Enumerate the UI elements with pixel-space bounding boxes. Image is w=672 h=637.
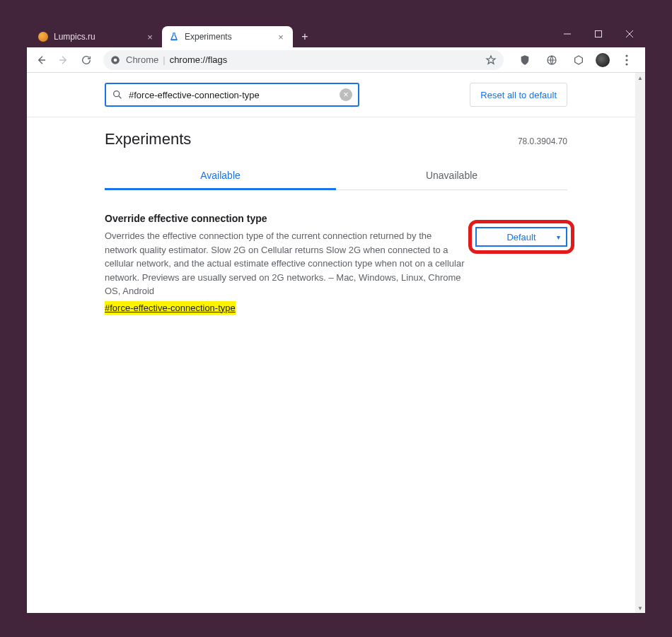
- reset-all-button[interactable]: Reset all to default: [470, 83, 567, 107]
- svg-point-5: [625, 59, 627, 61]
- toolbar: Chrome | chrome://flags: [27, 47, 645, 73]
- search-icon: [112, 89, 123, 100]
- shield-icon[interactable]: [515, 50, 535, 70]
- flag-item: Override effective connection type Overr…: [105, 211, 567, 315]
- close-icon[interactable]: ×: [276, 32, 286, 42]
- new-tab-button[interactable]: +: [296, 28, 314, 46]
- tab-lumpics[interactable]: Lumpics.ru ×: [31, 26, 162, 47]
- clear-search-button[interactable]: ×: [340, 88, 352, 101]
- flag-title: Override effective connection type: [105, 211, 465, 226]
- globe-icon[interactable]: [542, 50, 562, 70]
- page-content: × Reset all to default Experiments 78.0.…: [27, 73, 645, 613]
- tab-available[interactable]: Available: [105, 163, 336, 190]
- tab-experiments[interactable]: Experiments ×: [162, 26, 293, 47]
- cube-icon[interactable]: [569, 50, 589, 70]
- extensions-area: [511, 50, 641, 70]
- header-row: Experiments 78.0.3904.70: [105, 130, 567, 148]
- maximize-button[interactable]: [583, 24, 614, 44]
- bookmark-star-icon[interactable]: [485, 54, 497, 66]
- menu-button[interactable]: [617, 54, 637, 66]
- search-input[interactable]: [129, 90, 334, 100]
- flag-anchor-link[interactable]: #force-effective-connection-type: [105, 301, 236, 315]
- tabs-row: Available Unavailable: [105, 163, 567, 190]
- scroll-up-button[interactable]: ▲: [635, 73, 645, 83]
- minimize-button[interactable]: [552, 24, 583, 44]
- chrome-icon: [110, 55, 120, 65]
- reload-button[interactable]: [76, 50, 96, 70]
- vertical-scrollbar[interactable]: ▲ ▼: [635, 73, 645, 613]
- lumpics-favicon: [38, 32, 48, 42]
- browser-window: Lumpics.ru × Experiments × +: [27, 24, 645, 613]
- search-box[interactable]: ×: [105, 83, 359, 107]
- chrome-version: 78.0.3904.70: [518, 136, 567, 146]
- flag-description: Overrides the effective connection type …: [105, 229, 465, 298]
- flag-select-wrapper: Default: [475, 227, 567, 247]
- svg-point-4: [625, 54, 627, 57]
- url-text: Chrome | chrome://flags: [126, 54, 227, 65]
- flag-state-select[interactable]: Default: [475, 227, 567, 247]
- address-bar[interactable]: Chrome | chrome://flags: [103, 50, 504, 70]
- select-value: Default: [506, 232, 535, 242]
- tab-unavailable[interactable]: Unavailable: [336, 163, 567, 189]
- search-row: × Reset all to default: [27, 73, 645, 117]
- close-window-button[interactable]: [614, 24, 645, 44]
- page-title: Experiments: [105, 130, 191, 148]
- flask-icon: [169, 32, 179, 42]
- svg-point-6: [625, 63, 627, 65]
- flag-description-block: Override effective connection type Overr…: [105, 211, 465, 315]
- scroll-down-button[interactable]: ▼: [635, 603, 645, 613]
- tab-title: Experiments: [185, 32, 270, 42]
- window-controls: [552, 24, 645, 44]
- svg-rect-0: [596, 31, 602, 37]
- close-icon[interactable]: ×: [145, 32, 155, 42]
- svg-point-2: [114, 58, 117, 62]
- forward-button[interactable]: [54, 50, 74, 70]
- svg-point-7: [114, 91, 120, 97]
- tab-title: Lumpics.ru: [54, 32, 139, 42]
- experiments-panel: Experiments 78.0.3904.70 Available Unava…: [27, 117, 645, 315]
- titlebar: Lumpics.ru × Experiments × +: [27, 24, 645, 47]
- avatar[interactable]: [596, 53, 610, 67]
- back-button[interactable]: [31, 50, 51, 70]
